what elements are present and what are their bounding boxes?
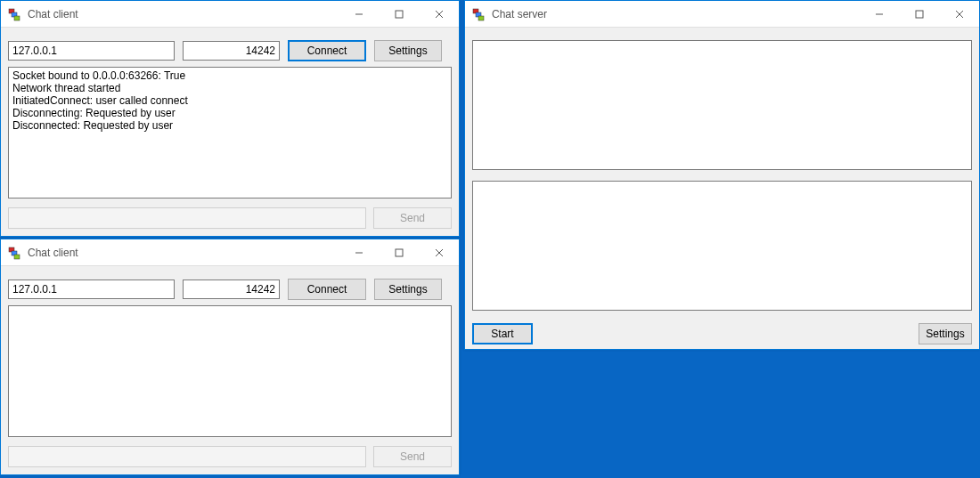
window-title: Chat client [28, 247, 339, 259]
server-clients-textarea[interactable] [472, 181, 972, 311]
app-icon [472, 7, 486, 21]
titlebar[interactable]: Chat client [1, 239, 459, 266]
window-controls [339, 1, 459, 27]
host-input[interactable] [8, 41, 175, 61]
message-input [8, 207, 366, 229]
log-textarea[interactable] [8, 305, 452, 437]
client-body: Connect Settings Socket bound to 0.0.0.0… [1, 28, 459, 236]
window-controls [339, 239, 459, 265]
minimize-button[interactable] [859, 1, 899, 27]
close-button[interactable] [939, 1, 979, 27]
close-button[interactable] [419, 1, 459, 27]
port-input[interactable] [183, 41, 280, 61]
maximize-button[interactable] [379, 239, 419, 265]
minimize-button[interactable] [339, 1, 379, 27]
message-row: Send [8, 207, 452, 229]
message-input [8, 446, 366, 467]
svg-rect-4 [396, 11, 403, 18]
connect-button[interactable]: Connect [288, 279, 366, 300]
connect-button[interactable]: Connect [288, 40, 366, 61]
app-icon [8, 246, 22, 260]
close-button[interactable] [419, 239, 459, 265]
maximize-button[interactable] [899, 1, 939, 27]
server-body: Start Settings [465, 28, 979, 352]
send-button: Send [373, 207, 452, 229]
svg-rect-18 [916, 11, 923, 18]
log-textarea[interactable]: Socket bound to 0.0.0.0:63266: True Netw… [8, 67, 452, 198]
svg-rect-11 [396, 249, 403, 256]
titlebar[interactable]: Chat client [1, 1, 459, 28]
settings-button[interactable]: Settings [374, 40, 442, 61]
client-body: Connect Settings Send [1, 266, 459, 474]
chat-client-window-2: Chat client Connect Settings Send [0, 239, 460, 475]
message-row: Send [8, 446, 452, 467]
window-controls [859, 1, 979, 27]
app-icon [8, 7, 22, 21]
svg-rect-9 [14, 255, 20, 259]
chat-server-window: Chat server Start Settings [464, 0, 980, 350]
server-log-textarea[interactable] [472, 40, 972, 170]
svg-rect-16 [478, 16, 484, 20]
window-title: Chat client [28, 8, 339, 20]
settings-button[interactable]: Settings [374, 279, 442, 300]
chat-client-window-1: Chat client Connect Settings Socket boun… [0, 0, 460, 237]
port-input[interactable] [183, 280, 280, 299]
maximize-button[interactable] [379, 1, 419, 27]
send-button: Send [373, 446, 452, 467]
start-button[interactable]: Start [472, 323, 533, 344]
settings-button[interactable]: Settings [919, 323, 972, 344]
host-input[interactable] [8, 280, 175, 299]
titlebar[interactable]: Chat server [465, 1, 979, 28]
svg-rect-2 [14, 16, 20, 20]
window-title: Chat server [492, 8, 859, 20]
minimize-button[interactable] [339, 239, 379, 265]
connection-toolbar: Connect Settings [8, 40, 452, 61]
connection-toolbar: Connect Settings [8, 279, 452, 300]
server-toolbar: Start Settings [472, 323, 972, 344]
